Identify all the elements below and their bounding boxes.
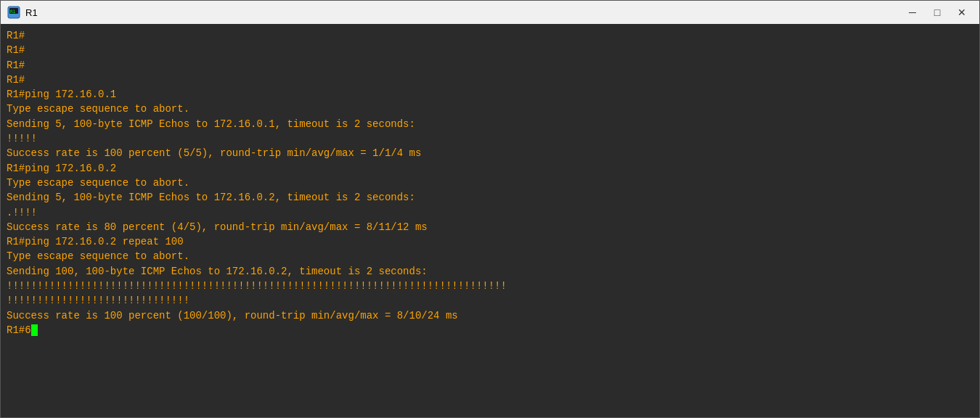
svg-rect-2 [9, 15, 13, 17]
title-bar-controls: ─ □ ✕ [901, 4, 973, 21]
terminal-line: R1#ping 172.16.0.2 [7, 161, 973, 176]
terminal-line: R1# [7, 73, 973, 87]
terminal-line: R1# [7, 58, 973, 73]
terminal-line: Success rate is 100 percent (5/5), round… [7, 146, 973, 160]
terminal-line: !!!!!!!!!!!!!!!!!!!!!!!!!!!!!! [7, 293, 973, 308]
minimize-button[interactable]: ─ [901, 4, 924, 21]
svg-text:R1: R1 [10, 9, 16, 14]
terminal-line: Type escape sequence to abort. [7, 249, 973, 263]
terminal-line: Type escape sequence to abort. [7, 102, 973, 116]
terminal-line: Sending 5, 100-byte ICMP Echos to 172.16… [7, 190, 973, 205]
close-button[interactable]: ✕ [950, 4, 973, 21]
terminal-line: Success rate is 80 percent (4/5), round-… [7, 220, 973, 234]
terminal-icon: R1 [7, 5, 21, 20]
title-bar-left: R1 R1 [7, 5, 38, 20]
terminal-line: Sending 100, 100-byte ICMP Echos to 172.… [7, 264, 973, 279]
window-title: R1 [25, 7, 38, 18]
terminal-line: !!!!!!!!!!!!!!!!!!!!!!!!!!!!!!!!!!!!!!!!… [7, 279, 973, 293]
svg-rect-3 [15, 15, 18, 17]
terminal-line: Type escape sequence to abort. [7, 176, 973, 190]
maximize-button[interactable]: □ [926, 4, 949, 21]
terminal-line: !!!!! [7, 131, 973, 146]
terminal-line: R1# [7, 28, 973, 43]
terminal-output[interactable]: R1#R1#R1#R1#R1#ping 172.16.0.1Type escap… [1, 24, 979, 417]
terminal-line: R1#ping 172.16.0.1 [7, 87, 973, 102]
terminal-cursor [31, 324, 38, 336]
terminal-line: .!!!! [7, 205, 973, 220]
terminal-line: R1#6 [7, 323, 973, 337]
title-bar: R1 R1 ─ □ ✕ [1, 1, 979, 24]
terminal-line: Success rate is 100 percent (100/100), r… [7, 308, 973, 323]
terminal-line: R1#ping 172.16.0.2 repeat 100 [7, 234, 973, 249]
terminal-line: Sending 5, 100-byte ICMP Echos to 172.16… [7, 117, 973, 131]
terminal-window: R1 R1 ─ □ ✕ R1#R1#R1#R1#R1#ping 172.16.0… [0, 0, 980, 418]
terminal-line: R1# [7, 43, 973, 57]
